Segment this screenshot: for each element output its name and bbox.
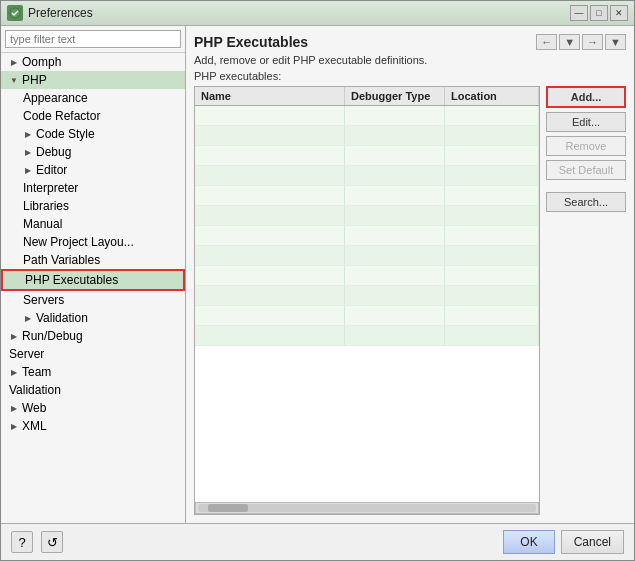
table-row	[195, 266, 539, 286]
minimize-button[interactable]: —	[570, 5, 588, 21]
tree-item-appearance[interactable]: Appearance	[1, 89, 185, 107]
tree-item-servers[interactable]: Servers	[1, 291, 185, 309]
cancel-button[interactable]: Cancel	[561, 530, 624, 554]
tree-item-debug[interactable]: ▶ Debug	[1, 143, 185, 161]
restore-button[interactable]: ↺	[41, 531, 63, 553]
tree-label-php: PHP	[22, 73, 47, 87]
tree-scroll-container: ▶ Oomph ▼ PHP Appearance Code Refactor	[1, 53, 185, 523]
description-text: Add, remove or edit PHP executable defin…	[194, 54, 626, 66]
scroll-thumb	[208, 504, 248, 512]
tree-item-interpreter[interactable]: Interpreter	[1, 179, 185, 197]
content-area: Name Debugger Type Location	[194, 86, 626, 515]
nav-dropdown-button[interactable]: ▼	[559, 34, 580, 50]
edit-button[interactable]: Edit...	[546, 112, 626, 132]
bottom-icons: ? ↺	[11, 531, 63, 553]
expand-arrow-code-style: ▶	[23, 129, 33, 139]
tree-label-server: Server	[9, 347, 44, 361]
table-row	[195, 206, 539, 226]
table-scrollbar-h[interactable]	[195, 502, 539, 514]
tree-item-code-style[interactable]: ▶ Code Style	[1, 125, 185, 143]
ok-button[interactable]: OK	[503, 530, 554, 554]
table-row	[195, 186, 539, 206]
preferences-window: Preferences — □ ✕ ▶ Oomph	[0, 0, 635, 561]
section-label: PHP executables:	[194, 70, 626, 82]
tree-label-editor: Editor	[36, 163, 67, 177]
help-icon: ?	[18, 535, 25, 550]
tree-label-interpreter: Interpreter	[23, 181, 78, 195]
tree-label-servers: Servers	[23, 293, 64, 307]
title-bar: Preferences — □ ✕	[1, 1, 634, 26]
tree-label-manual: Manual	[23, 217, 62, 231]
table-row	[195, 306, 539, 326]
tree-item-libraries[interactable]: Libraries	[1, 197, 185, 215]
nav-forward-button[interactable]: →	[582, 34, 603, 50]
tree-label-validation-child: Validation	[36, 311, 88, 325]
tree-item-php-executables[interactable]: PHP Executables	[1, 269, 185, 291]
tree-label-oomph: Oomph	[22, 55, 61, 69]
remove-button[interactable]: Remove	[546, 136, 626, 156]
tree-item-php[interactable]: ▼ PHP	[1, 71, 185, 89]
nav-buttons: ← ▼ → ▼	[536, 34, 626, 50]
page-title: PHP Executables	[194, 34, 308, 50]
tree-label-appearance: Appearance	[23, 91, 88, 105]
ok-cancel-buttons: OK Cancel	[503, 530, 624, 554]
tree-label-new-project-layout: New Project Layou...	[23, 235, 134, 249]
tree-label-team: Team	[22, 365, 51, 379]
window-controls: — □ ✕	[570, 5, 628, 21]
expand-arrow-debug: ▶	[23, 147, 33, 157]
help-button[interactable]: ?	[11, 531, 33, 553]
set-default-button[interactable]: Set Default	[546, 160, 626, 180]
action-buttons: Add... Edit... Remove Set Default Search…	[546, 86, 626, 515]
tree-item-run-debug[interactable]: ▶ Run/Debug	[1, 327, 185, 345]
tree-item-server[interactable]: Server	[1, 345, 185, 363]
restore-icon: ↺	[47, 535, 58, 550]
add-button[interactable]: Add...	[546, 86, 626, 108]
expand-arrow-oomph: ▶	[9, 57, 19, 67]
expand-arrow-team: ▶	[9, 367, 19, 377]
tree-label-run-debug: Run/Debug	[22, 329, 83, 343]
tree-item-xml[interactable]: ▶ XML	[1, 417, 185, 435]
tree-item-validation-child[interactable]: ▶ Validation	[1, 309, 185, 327]
table-row	[195, 226, 539, 246]
expand-arrow-xml: ▶	[9, 421, 19, 431]
php-executables-table: Name Debugger Type Location	[194, 86, 540, 515]
nav-down-button[interactable]: ▼	[605, 34, 626, 50]
tree-item-manual[interactable]: Manual	[1, 215, 185, 233]
table-row	[195, 106, 539, 126]
left-panel: ▶ Oomph ▼ PHP Appearance Code Refactor	[1, 26, 186, 523]
window-title: Preferences	[28, 6, 570, 20]
expand-arrow-php: ▼	[9, 75, 19, 85]
tree-label-debug: Debug	[36, 145, 71, 159]
bottom-bar: ? ↺ OK Cancel	[1, 523, 634, 560]
tree-item-editor[interactable]: ▶ Editor	[1, 161, 185, 179]
tree-item-oomph[interactable]: ▶ Oomph	[1, 53, 185, 71]
nav-back-button[interactable]: ←	[536, 34, 557, 50]
tree-item-path-variables[interactable]: Path Variables	[1, 251, 185, 269]
close-button[interactable]: ✕	[610, 5, 628, 21]
tree-item-validation-top[interactable]: Validation	[1, 381, 185, 399]
table-row	[195, 166, 539, 186]
expand-arrow-validation-child: ▶	[23, 313, 33, 323]
main-content: ▶ Oomph ▼ PHP Appearance Code Refactor	[1, 26, 634, 523]
tree-label-validation-top: Validation	[9, 383, 61, 397]
tree-label-path-variables: Path Variables	[23, 253, 100, 267]
maximize-button[interactable]: □	[590, 5, 608, 21]
window-icon	[7, 5, 23, 21]
expand-arrow-editor: ▶	[23, 165, 33, 175]
search-button[interactable]: Search...	[546, 192, 626, 212]
tree-item-team[interactable]: ▶ Team	[1, 363, 185, 381]
tree-list: ▶ Oomph ▼ PHP Appearance Code Refactor	[1, 53, 185, 523]
tree-item-new-project-layout[interactable]: New Project Layou...	[1, 233, 185, 251]
table-row	[195, 326, 539, 346]
col-header-debugger: Debugger Type	[345, 87, 445, 105]
tree-item-web[interactable]: ▶ Web	[1, 399, 185, 417]
tree-label-web: Web	[22, 401, 46, 415]
col-header-name: Name	[195, 87, 345, 105]
tree-label-code-refactor: Code Refactor	[23, 109, 100, 123]
right-header: PHP Executables ← ▼ → ▼	[194, 34, 626, 50]
table-row	[195, 246, 539, 266]
filter-input[interactable]	[5, 30, 181, 48]
tree-label-php-executables: PHP Executables	[25, 273, 118, 287]
tree-item-code-refactor[interactable]: Code Refactor	[1, 107, 185, 125]
tree-label-code-style: Code Style	[36, 127, 95, 141]
